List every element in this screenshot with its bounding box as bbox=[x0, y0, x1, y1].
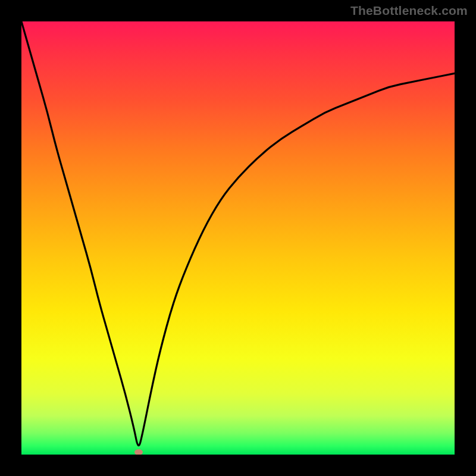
attribution-text: TheBottleneck.com bbox=[350, 4, 468, 18]
bottleneck-curve bbox=[21, 21, 455, 446]
plot-area bbox=[21, 21, 455, 455]
chart-frame: TheBottleneck.com bbox=[0, 0, 476, 476]
optimum-marker bbox=[134, 449, 143, 455]
bottleneck-curve-svg bbox=[21, 21, 455, 455]
